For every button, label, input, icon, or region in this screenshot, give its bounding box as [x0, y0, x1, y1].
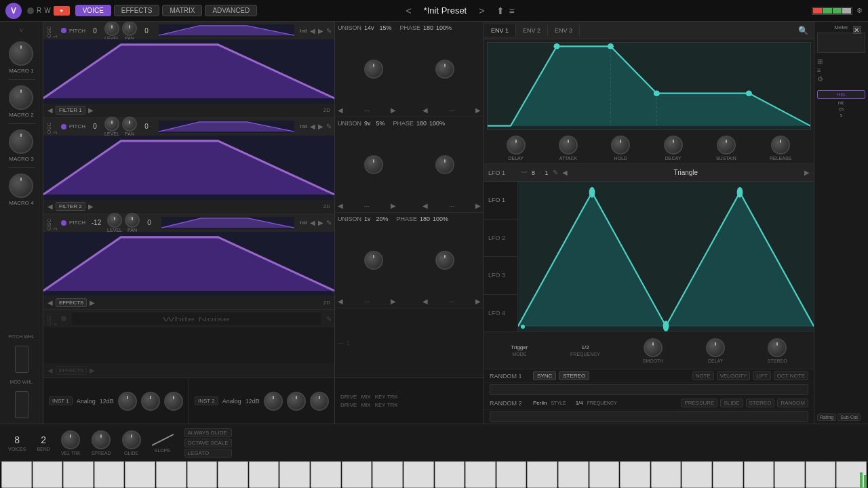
osc-1-level-knob[interactable]: [104, 22, 119, 36]
unison-3-knob1[interactable]: [364, 251, 383, 270]
osc-2-nav-right[interactable]: ▶: [318, 123, 323, 130]
key-white[interactable]: [744, 462, 774, 488]
osc-2-filter-next[interactable]: ▶: [88, 203, 94, 210]
random-2-slide[interactable]: SLIDE: [720, 399, 743, 407]
osc-3-nav-right[interactable]: ▶: [318, 219, 323, 226]
lfo-next[interactable]: ▶: [804, 169, 810, 176]
unison-2-nav-right[interactable]: ▶: [391, 202, 396, 209]
key-white[interactable]: [187, 462, 218, 488]
key-white[interactable]: [63, 462, 94, 488]
macro-3-knob[interactable]: [9, 129, 33, 154]
rating-btn[interactable]: Rating: [817, 413, 836, 421]
key-white[interactable]: [156, 462, 186, 488]
key-white[interactable]: [342, 462, 372, 488]
env-tab-2[interactable]: ENV 2: [516, 24, 548, 37]
record-btn[interactable]: ●: [54, 6, 70, 16]
osc-3-edit[interactable]: ✎: [326, 219, 332, 226]
osc-1-filter-next[interactable]: ▶: [88, 106, 94, 114]
unison-1-nav-left2[interactable]: ◀: [422, 106, 428, 114]
random-1-velocity[interactable]: VELOCITY: [717, 371, 751, 380]
key-white[interactable]: [682, 462, 712, 488]
osc-2-filter-prev[interactable]: ◀: [47, 203, 53, 210]
key-white[interactable]: [651, 462, 682, 488]
osc-4-filter-label[interactable]: EFFECTS: [56, 366, 87, 375]
mod-wheel[interactable]: [15, 391, 28, 418]
settings2-icon[interactable]: ⚙: [817, 75, 865, 83]
unison-2-nav-right2[interactable]: ▶: [475, 202, 481, 209]
osc-3-filter-prev[interactable]: ◀: [47, 299, 53, 306]
key-white[interactable]: [713, 462, 743, 488]
env-release-knob[interactable]: [771, 136, 790, 155]
osc-2-filter-label[interactable]: FILTER 2: [56, 202, 85, 211]
filter-2-mix-knob[interactable]: [287, 392, 306, 411]
random-1-octnote[interactable]: OCT NOTE: [774, 371, 808, 380]
key-white[interactable]: [218, 462, 248, 488]
unison-3-nav-left2[interactable]: ◀: [422, 298, 428, 305]
key-white[interactable]: [249, 462, 279, 488]
env-tab-1[interactable]: ENV 1: [484, 24, 516, 37]
key-white[interactable]: [620, 462, 650, 488]
env-search-icon[interactable]: 🔍: [793, 23, 814, 38]
glide-knob[interactable]: [122, 430, 141, 449]
unison-1-nav-right2[interactable]: ▶: [475, 106, 481, 114]
unison-1-knob2[interactable]: [435, 60, 454, 79]
legato-option[interactable]: LEGATO: [184, 449, 232, 458]
key-white[interactable]: [558, 462, 589, 488]
list-icon[interactable]: ≡: [817, 66, 865, 74]
osc-4-edit[interactable]: ✎: [326, 315, 332, 323]
menu-icon[interactable]: ≡: [509, 5, 514, 16]
hits-btn[interactable]: Hits: [817, 90, 865, 99]
lfo-prev[interactable]: ◀: [562, 169, 568, 176]
filter-1-drive-knob[interactable]: [118, 392, 137, 411]
env-hold-knob[interactable]: [611, 136, 630, 155]
tab-matrix[interactable]: MATRIX: [162, 5, 202, 16]
random-1-sync-btn[interactable]: SYNC: [533, 371, 556, 380]
osc-3-level-knob[interactable]: [107, 213, 122, 228]
key-white[interactable]: [311, 462, 341, 488]
macro-4-knob[interactable]: [9, 174, 33, 198]
key-white[interactable]: [465, 462, 496, 488]
subcat-btn[interactable]: Sub-Cat: [837, 413, 861, 421]
lfo-pencil[interactable]: ✎: [553, 169, 558, 176]
unison-3-nav-right2[interactable]: ▶: [475, 298, 481, 305]
tab-voice[interactable]: VOICE: [75, 5, 111, 16]
env-delay-knob[interactable]: [507, 136, 526, 155]
preset-next[interactable]: >: [479, 5, 484, 16]
lfo-smooth-knob[interactable]: [644, 338, 663, 357]
veltrk-knob[interactable]: [61, 430, 80, 449]
octave-scale-option[interactable]: OCTAVE SCALE: [184, 439, 232, 447]
key-white[interactable]: [279, 462, 310, 488]
key-white[interactable]: [527, 462, 557, 488]
random-1-note[interactable]: NOTE: [692, 371, 714, 380]
key-white[interactable]: [1, 462, 32, 488]
osc-2-pan-knob[interactable]: [122, 117, 137, 131]
osc-3-filter-label[interactable]: EFFECTS: [56, 298, 87, 307]
key-white[interactable]: [806, 462, 836, 488]
unison-3-knob2[interactable]: [435, 251, 454, 270]
osc-2-nav-left[interactable]: ◀: [310, 123, 315, 130]
osc-3-nav-left[interactable]: ◀: [310, 219, 315, 226]
filter-2-drive-knob[interactable]: [264, 392, 283, 411]
osc-1-pan-knob[interactable]: [122, 22, 137, 36]
tab-advanced[interactable]: ADVANCED: [205, 5, 257, 16]
random-2-random[interactable]: RANDOM: [777, 399, 808, 407]
grid-icon[interactable]: ⊞: [817, 58, 865, 65]
unison-2-knob2[interactable]: [435, 155, 454, 174]
unison-1-knob1[interactable]: [364, 60, 383, 79]
key-white[interactable]: [125, 462, 155, 488]
filter-1-keytrk-knob[interactable]: [164, 392, 183, 411]
close-btn[interactable]: ✕: [853, 26, 861, 34]
key-white[interactable]: [403, 462, 434, 488]
osc-2-edit[interactable]: ✎: [326, 123, 332, 130]
key-white[interactable]: [372, 462, 403, 488]
key-white[interactable]: [774, 462, 805, 488]
spread-knob[interactable]: [92, 430, 111, 449]
key-white[interactable]: [94, 462, 125, 488]
lfo-label-1[interactable]: LFO 1: [484, 182, 517, 220]
lfo-label-3[interactable]: LFO 3: [484, 257, 517, 295]
random-1-stereo-btn[interactable]: STEREO: [559, 371, 589, 380]
unison-3-nav-right[interactable]: ▶: [391, 298, 396, 305]
osc-3-active-dot[interactable]: [61, 220, 66, 226]
osc-3-filter-next[interactable]: ▶: [90, 299, 95, 306]
osc-2-level-knob[interactable]: [104, 117, 119, 131]
